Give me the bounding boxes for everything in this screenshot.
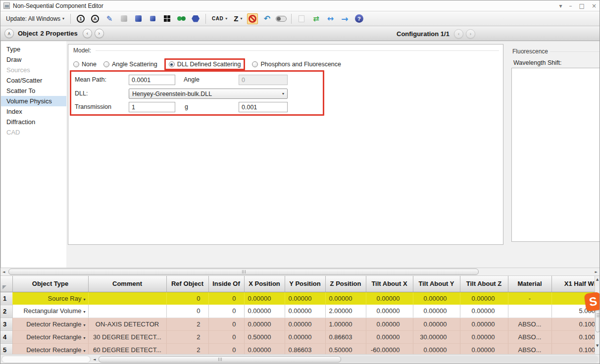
- x1-half-width-cell[interactable]: 0.10000: [551, 343, 595, 354]
- mean-path-input[interactable]: [129, 75, 175, 85]
- x-position-cell[interactable]: 0.50000: [244, 330, 285, 343]
- scroll-right-icon[interactable]: ►: [595, 270, 598, 274]
- swap-objects-button[interactable]: ⇄: [310, 13, 321, 24]
- dll-dropdown[interactable]: Henyey-Greenstein-bulk.DLL ▾: [129, 89, 288, 99]
- polygon-object-button[interactable]: [190, 13, 201, 24]
- comment-cell[interactable]: [88, 305, 166, 318]
- sidebar-item-volume-physics[interactable]: Volume Physics: [1, 96, 66, 106]
- scrollbar-thumb[interactable]: [8, 269, 479, 275]
- sidebar-item-index[interactable]: Index: [1, 106, 66, 117]
- z-position-cell[interactable]: 2.00000: [325, 305, 366, 318]
- ref-object-cell[interactable]: 2: [166, 330, 208, 343]
- move-both-button[interactable]: ↔: [325, 13, 336, 24]
- scroll-up-icon[interactable]: ▲: [596, 277, 599, 281]
- comment-cell[interactable]: [88, 292, 166, 305]
- blank-document-button[interactable]: [296, 13, 307, 24]
- radio-phosphors-fluorescence[interactable]: Phosphors and Fluorescence: [252, 61, 341, 68]
- inside-of-cell[interactable]: 0: [208, 292, 244, 305]
- tilt-z-cell[interactable]: 0.00000: [460, 305, 508, 318]
- z-dropdown[interactable]: Z ▾: [232, 13, 244, 24]
- toggle-view-button[interactable]: [276, 13, 287, 24]
- y-position-cell[interactable]: 0.00000: [285, 318, 325, 330]
- tilt-y-cell[interactable]: 0.00000: [413, 343, 460, 354]
- comment-cell[interactable]: 60 DEGREE DETECT...: [88, 343, 166, 354]
- tilt-y-cell[interactable]: 0.00000: [413, 305, 460, 318]
- y-position-cell[interactable]: 0.00000: [285, 292, 325, 305]
- g-input[interactable]: [239, 102, 288, 112]
- ref-object-cell[interactable]: 2: [166, 318, 208, 330]
- cad-dropdown[interactable]: CAD ▾: [210, 15, 229, 22]
- z-position-cell[interactable]: 0.00000: [325, 292, 366, 305]
- update-all-button[interactable]: A: [90, 13, 100, 24]
- table-horizontal-scrollbar[interactable]: ◄: [0, 354, 600, 364]
- window-menu-button[interactable]: ▾: [559, 3, 562, 9]
- table-row-5-detector-rectangle[interactable]: 5 Detector Rectangle▾ 60 DEGREE DETECT..…: [0, 343, 595, 354]
- table-row-3-detector-rectangle[interactable]: 3 Detector Rectangle▾ ON-AXIS DETECTOR 2…: [0, 318, 595, 330]
- table-row-2-rectangular-volume[interactable]: 2 Rectangular Volume▾ 0 0 0.00000 0.0000…: [0, 305, 595, 318]
- scrollbar-thumb[interactable]: [99, 356, 341, 363]
- sidebar-item-draw[interactable]: Draw: [1, 54, 66, 65]
- tilt-x-cell[interactable]: 0.00000: [366, 292, 413, 305]
- radio-dll-defined-scattering[interactable]: DLL Defined Scattering: [169, 61, 241, 68]
- ref-object-cell[interactable]: 2: [166, 343, 208, 354]
- array-mode-button[interactable]: [161, 13, 172, 24]
- table-vertical-scrollbar[interactable]: ▲ ▼: [595, 276, 600, 354]
- inside-of-cell[interactable]: 0: [208, 330, 244, 343]
- sidebar-item-type[interactable]: Type: [1, 44, 66, 54]
- edit-object-button[interactable]: ✎: [104, 13, 115, 24]
- z-position-cell[interactable]: 0.50000: [325, 343, 366, 354]
- inside-of-cell[interactable]: 0: [208, 343, 244, 354]
- x1-half-width-cell[interactable]: 0.10000: [551, 330, 595, 343]
- solid-object-button[interactable]: [133, 13, 144, 24]
- move-right-button[interactable]: →: [339, 13, 350, 24]
- y-position-cell[interactable]: 0.86603: [285, 343, 325, 354]
- minimize-button[interactable]: –: [569, 3, 572, 9]
- close-button[interactable]: ×: [592, 3, 597, 9]
- inside-of-cell[interactable]: 0: [208, 318, 244, 330]
- tilt-y-cell[interactable]: 0.00000: [413, 292, 460, 305]
- tilt-z-cell[interactable]: 0.00000: [460, 343, 508, 354]
- radio-none[interactable]: None: [73, 61, 97, 68]
- z-position-cell[interactable]: 1.00000: [325, 318, 366, 330]
- material-cell[interactable]: ABSO...: [508, 343, 551, 354]
- sidebar-item-diffraction[interactable]: Diffraction: [1, 117, 66, 127]
- object-type-cell[interactable]: Detector Rectangle▾: [12, 318, 88, 330]
- shaded-object-button[interactable]: [147, 13, 158, 24]
- radio-angle-scattering[interactable]: Angle Scattering: [103, 61, 157, 68]
- x1-half-width-cell[interactable]: 0.10000: [551, 318, 595, 330]
- material-cell[interactable]: -: [508, 292, 551, 305]
- prev-object-button[interactable]: ‹: [83, 29, 92, 38]
- x-position-cell[interactable]: 0.00000: [244, 343, 285, 354]
- y-position-cell[interactable]: 0.00000: [285, 330, 325, 343]
- update-mode-dropdown[interactable]: Update: All Windows ▾: [4, 14, 66, 23]
- x-position-cell[interactable]: 0.00000: [244, 292, 285, 305]
- tilt-x-cell[interactable]: -60.00000: [366, 343, 413, 354]
- material-cell[interactable]: [508, 305, 551, 318]
- update-current-button[interactable]: 1: [75, 13, 86, 24]
- tilt-z-cell[interactable]: 0.00000: [460, 330, 508, 343]
- ref-object-cell[interactable]: 0: [166, 305, 208, 318]
- comment-cell[interactable]: 30 DEGREE DETECT...: [88, 330, 166, 343]
- next-configuration-button[interactable]: ›: [466, 29, 475, 39]
- ray-trace-button[interactable]: [176, 13, 187, 24]
- do-not-draw-button[interactable]: [247, 13, 258, 24]
- properties-horizontal-scrollbar[interactable]: ◄ ►: [0, 268, 600, 276]
- x-position-cell[interactable]: 0.00000: [244, 305, 285, 318]
- object-type-cell[interactable]: Source Ray▾: [12, 292, 88, 305]
- tilt-y-cell[interactable]: 0.00000: [413, 318, 460, 330]
- comment-cell[interactable]: ON-AXIS DETECTOR: [88, 318, 166, 330]
- inside-of-cell[interactable]: 0: [208, 305, 244, 318]
- scroll-left-icon[interactable]: ◄: [93, 358, 96, 362]
- tilt-y-cell[interactable]: 30.00000: [413, 330, 460, 343]
- sidebar-item-scatter-to[interactable]: Scatter To: [1, 86, 66, 96]
- tilt-x-cell[interactable]: 0.00000: [366, 305, 413, 318]
- collapse-panel-button[interactable]: ∧: [4, 29, 14, 38]
- next-object-button[interactable]: ›: [95, 29, 104, 38]
- tilt-x-cell[interactable]: 0.00000: [366, 318, 413, 330]
- prev-configuration-button[interactable]: ‹: [454, 29, 463, 39]
- sidebar-item-coat-scatter[interactable]: Coat/Scatter: [1, 75, 66, 86]
- object-type-cell[interactable]: Detector Rectangle▾: [12, 330, 88, 343]
- help-button[interactable]: ?: [353, 13, 364, 24]
- object-disabled-button[interactable]: [118, 13, 129, 24]
- tilt-z-cell[interactable]: 0.00000: [460, 318, 508, 330]
